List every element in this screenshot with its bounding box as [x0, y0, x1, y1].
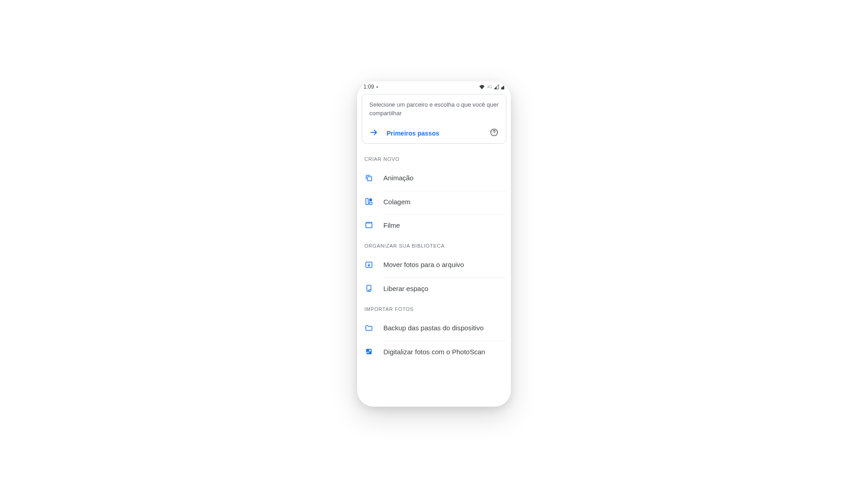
archive-icon	[364, 261, 373, 269]
svg-rect-4	[366, 198, 368, 205]
svg-rect-3	[368, 177, 372, 181]
screen-content: Selecione um parceiro e escolha o que vo…	[357, 92, 511, 407]
arrow-right-icon	[369, 128, 378, 139]
status-dot	[377, 86, 378, 88]
section-title-organize: ORGANIZAR SUA BIBLIOTECA	[362, 237, 506, 253]
section-import: Backup das pastas do dispositivo Digital…	[362, 316, 506, 363]
first-steps-button[interactable]: Primeiros passos	[387, 130, 439, 137]
row-collage[interactable]: Colagem	[362, 190, 506, 213]
svg-rect-7	[366, 223, 372, 228]
row-movie[interactable]: Filme	[362, 213, 506, 237]
network-label: 4G	[487, 84, 492, 89]
row-label: Digitalizar fotos com o PhotoScan	[383, 341, 506, 362]
photoscan-icon	[364, 347, 373, 356]
folder-icon	[364, 324, 373, 332]
free-space-icon	[364, 284, 373, 292]
row-label: Backup das pastas do dispositivo	[383, 317, 506, 338]
row-photoscan[interactable]: Digitalizar fotos com o PhotoScan	[362, 340, 506, 363]
row-animation[interactable]: Animação	[362, 166, 506, 190]
partner-share-card: Selecione um parceiro e escolha o que vo…	[362, 94, 506, 144]
cell-signal-icon	[494, 84, 499, 89]
row-label: Colagem	[383, 191, 506, 212]
battery-icon	[501, 84, 505, 89]
row-label: Liberar espaço	[383, 277, 506, 299]
row-label: Animação	[383, 167, 506, 188]
row-label: Mover fotos para o arquivo	[383, 254, 506, 275]
svg-rect-6	[369, 202, 372, 204]
phone-frame: 1:09 4G Selecione um parceiro e escolha …	[357, 81, 511, 407]
section-create: Animação Colagem Filme	[362, 166, 506, 237]
movie-icon	[364, 221, 373, 229]
wifi-icon	[479, 84, 485, 89]
row-free-space[interactable]: Liberar espaço	[362, 277, 506, 300]
animation-icon	[364, 174, 373, 182]
row-label: Filme	[383, 214, 506, 236]
help-icon[interactable]	[490, 128, 499, 139]
row-archive[interactable]: Mover fotos para o arquivo	[362, 253, 506, 277]
svg-rect-5	[369, 198, 372, 201]
section-title-create: CRIAR NOVO	[362, 150, 506, 166]
collage-icon	[364, 197, 373, 206]
section-title-import: IMPORTAR FOTOS	[362, 300, 506, 316]
card-subtitle: Selecione um parceiro e escolha o que vo…	[369, 101, 499, 118]
svg-point-2	[494, 134, 495, 134]
svg-rect-10	[366, 349, 372, 354]
row-backup-folders[interactable]: Backup das pastas do dispositivo	[362, 316, 506, 340]
section-organize: Mover fotos para o arquivo Liberar espaç…	[362, 253, 506, 300]
status-bar: 1:09 4G	[357, 81, 511, 92]
status-time: 1:09	[363, 84, 374, 90]
